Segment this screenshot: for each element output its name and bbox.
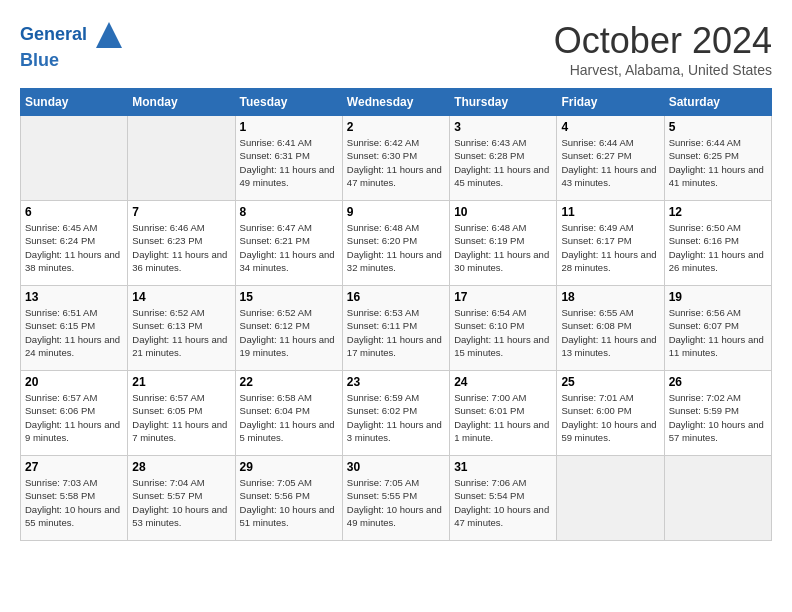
calendar-cell: 18Sunrise: 6:55 AMSunset: 6:08 PMDayligh… (557, 286, 664, 371)
calendar-cell: 4Sunrise: 6:44 AMSunset: 6:27 PMDaylight… (557, 116, 664, 201)
title-block: October 2024 Harvest, Alabama, United St… (554, 20, 772, 78)
col-header-monday: Monday (128, 89, 235, 116)
day-number: 17 (454, 290, 552, 304)
week-row-3: 13Sunrise: 6:51 AMSunset: 6:15 PMDayligh… (21, 286, 772, 371)
day-info: Sunrise: 6:52 AMSunset: 6:12 PMDaylight:… (240, 306, 338, 359)
header-row: SundayMondayTuesdayWednesdayThursdayFrid… (21, 89, 772, 116)
page-header: General Blue October 2024 Harvest, Alaba… (20, 20, 772, 78)
day-number: 4 (561, 120, 659, 134)
col-header-sunday: Sunday (21, 89, 128, 116)
day-info: Sunrise: 6:44 AMSunset: 6:27 PMDaylight:… (561, 136, 659, 189)
day-info: Sunrise: 7:05 AMSunset: 5:56 PMDaylight:… (240, 476, 338, 529)
day-info: Sunrise: 6:56 AMSunset: 6:07 PMDaylight:… (669, 306, 767, 359)
day-number: 29 (240, 460, 338, 474)
calendar-cell: 5Sunrise: 6:44 AMSunset: 6:25 PMDaylight… (664, 116, 771, 201)
calendar-cell (128, 116, 235, 201)
col-header-thursday: Thursday (450, 89, 557, 116)
day-info: Sunrise: 7:00 AMSunset: 6:01 PMDaylight:… (454, 391, 552, 444)
day-info: Sunrise: 6:50 AMSunset: 6:16 PMDaylight:… (669, 221, 767, 274)
day-number: 19 (669, 290, 767, 304)
day-info: Sunrise: 6:54 AMSunset: 6:10 PMDaylight:… (454, 306, 552, 359)
day-number: 30 (347, 460, 445, 474)
day-info: Sunrise: 6:59 AMSunset: 6:02 PMDaylight:… (347, 391, 445, 444)
calendar-cell (557, 456, 664, 541)
day-number: 8 (240, 205, 338, 219)
calendar-cell: 27Sunrise: 7:03 AMSunset: 5:58 PMDayligh… (21, 456, 128, 541)
calendar-cell: 25Sunrise: 7:01 AMSunset: 6:00 PMDayligh… (557, 371, 664, 456)
calendar-cell: 16Sunrise: 6:53 AMSunset: 6:11 PMDayligh… (342, 286, 449, 371)
day-number: 27 (25, 460, 123, 474)
day-number: 25 (561, 375, 659, 389)
calendar-cell: 3Sunrise: 6:43 AMSunset: 6:28 PMDaylight… (450, 116, 557, 201)
logo-general: General (20, 24, 87, 44)
day-info: Sunrise: 7:03 AMSunset: 5:58 PMDaylight:… (25, 476, 123, 529)
calendar-cell: 6Sunrise: 6:45 AMSunset: 6:24 PMDaylight… (21, 201, 128, 286)
day-number: 11 (561, 205, 659, 219)
calendar-cell: 24Sunrise: 7:00 AMSunset: 6:01 PMDayligh… (450, 371, 557, 456)
calendar-cell: 26Sunrise: 7:02 AMSunset: 5:59 PMDayligh… (664, 371, 771, 456)
day-info: Sunrise: 6:57 AMSunset: 6:06 PMDaylight:… (25, 391, 123, 444)
day-info: Sunrise: 6:48 AMSunset: 6:20 PMDaylight:… (347, 221, 445, 274)
day-info: Sunrise: 6:55 AMSunset: 6:08 PMDaylight:… (561, 306, 659, 359)
day-info: Sunrise: 6:57 AMSunset: 6:05 PMDaylight:… (132, 391, 230, 444)
calendar-cell: 1Sunrise: 6:41 AMSunset: 6:31 PMDaylight… (235, 116, 342, 201)
day-number: 16 (347, 290, 445, 304)
day-info: Sunrise: 6:48 AMSunset: 6:19 PMDaylight:… (454, 221, 552, 274)
day-number: 10 (454, 205, 552, 219)
col-header-wednesday: Wednesday (342, 89, 449, 116)
day-info: Sunrise: 6:51 AMSunset: 6:15 PMDaylight:… (25, 306, 123, 359)
day-info: Sunrise: 6:49 AMSunset: 6:17 PMDaylight:… (561, 221, 659, 274)
calendar-cell: 28Sunrise: 7:04 AMSunset: 5:57 PMDayligh… (128, 456, 235, 541)
calendar-cell (21, 116, 128, 201)
day-number: 1 (240, 120, 338, 134)
logo: General Blue (20, 20, 124, 72)
day-number: 21 (132, 375, 230, 389)
day-number: 2 (347, 120, 445, 134)
calendar-cell: 30Sunrise: 7:05 AMSunset: 5:55 PMDayligh… (342, 456, 449, 541)
day-info: Sunrise: 6:45 AMSunset: 6:24 PMDaylight:… (25, 221, 123, 274)
logo-blue: Blue (20, 50, 59, 70)
calendar-cell: 11Sunrise: 6:49 AMSunset: 6:17 PMDayligh… (557, 201, 664, 286)
calendar-cell: 8Sunrise: 6:47 AMSunset: 6:21 PMDaylight… (235, 201, 342, 286)
day-number: 28 (132, 460, 230, 474)
col-header-saturday: Saturday (664, 89, 771, 116)
calendar-cell (664, 456, 771, 541)
day-number: 15 (240, 290, 338, 304)
location-subtitle: Harvest, Alabama, United States (554, 62, 772, 78)
day-info: Sunrise: 7:05 AMSunset: 5:55 PMDaylight:… (347, 476, 445, 529)
day-info: Sunrise: 7:06 AMSunset: 5:54 PMDaylight:… (454, 476, 552, 529)
day-number: 3 (454, 120, 552, 134)
calendar-cell: 13Sunrise: 6:51 AMSunset: 6:15 PMDayligh… (21, 286, 128, 371)
day-number: 12 (669, 205, 767, 219)
day-info: Sunrise: 6:42 AMSunset: 6:30 PMDaylight:… (347, 136, 445, 189)
calendar-cell: 9Sunrise: 6:48 AMSunset: 6:20 PMDaylight… (342, 201, 449, 286)
week-row-5: 27Sunrise: 7:03 AMSunset: 5:58 PMDayligh… (21, 456, 772, 541)
calendar-cell: 21Sunrise: 6:57 AMSunset: 6:05 PMDayligh… (128, 371, 235, 456)
calendar-cell: 19Sunrise: 6:56 AMSunset: 6:07 PMDayligh… (664, 286, 771, 371)
day-number: 13 (25, 290, 123, 304)
day-info: Sunrise: 6:52 AMSunset: 6:13 PMDaylight:… (132, 306, 230, 359)
day-info: Sunrise: 6:53 AMSunset: 6:11 PMDaylight:… (347, 306, 445, 359)
day-info: Sunrise: 7:01 AMSunset: 6:00 PMDaylight:… (561, 391, 659, 444)
col-header-friday: Friday (557, 89, 664, 116)
week-row-4: 20Sunrise: 6:57 AMSunset: 6:06 PMDayligh… (21, 371, 772, 456)
day-number: 18 (561, 290, 659, 304)
calendar-cell: 14Sunrise: 6:52 AMSunset: 6:13 PMDayligh… (128, 286, 235, 371)
calendar-table: SundayMondayTuesdayWednesdayThursdayFrid… (20, 88, 772, 541)
day-number: 14 (132, 290, 230, 304)
day-number: 31 (454, 460, 552, 474)
day-info: Sunrise: 6:41 AMSunset: 6:31 PMDaylight:… (240, 136, 338, 189)
calendar-cell: 17Sunrise: 6:54 AMSunset: 6:10 PMDayligh… (450, 286, 557, 371)
day-info: Sunrise: 6:43 AMSunset: 6:28 PMDaylight:… (454, 136, 552, 189)
day-number: 7 (132, 205, 230, 219)
day-info: Sunrise: 7:04 AMSunset: 5:57 PMDaylight:… (132, 476, 230, 529)
calendar-cell: 23Sunrise: 6:59 AMSunset: 6:02 PMDayligh… (342, 371, 449, 456)
calendar-cell: 10Sunrise: 6:48 AMSunset: 6:19 PMDayligh… (450, 201, 557, 286)
day-info: Sunrise: 6:46 AMSunset: 6:23 PMDaylight:… (132, 221, 230, 274)
calendar-cell: 7Sunrise: 6:46 AMSunset: 6:23 PMDaylight… (128, 201, 235, 286)
day-number: 6 (25, 205, 123, 219)
calendar-cell: 15Sunrise: 6:52 AMSunset: 6:12 PMDayligh… (235, 286, 342, 371)
calendar-cell: 12Sunrise: 6:50 AMSunset: 6:16 PMDayligh… (664, 201, 771, 286)
calendar-cell: 22Sunrise: 6:58 AMSunset: 6:04 PMDayligh… (235, 371, 342, 456)
day-info: Sunrise: 6:58 AMSunset: 6:04 PMDaylight:… (240, 391, 338, 444)
